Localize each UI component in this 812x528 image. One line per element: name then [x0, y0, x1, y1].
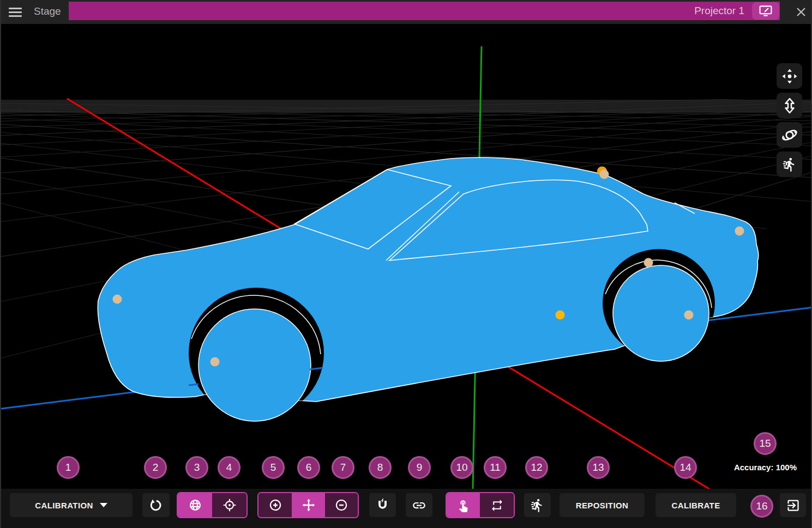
calibration-point-badge-16[interactable]: 16	[750, 495, 773, 518]
zoom-move-toggle	[257, 492, 359, 518]
display-edit-button[interactable]	[752, 2, 779, 20]
walkthrough-tool-button[interactable]	[777, 151, 802, 177]
bottom-toolbar: CALIBRATION	[1, 489, 811, 528]
globe-icon	[188, 498, 202, 512]
calibrate-button[interactable]: CALIBRATE	[655, 493, 736, 517]
calibration-anchor-point[interactable]	[556, 311, 565, 320]
zoom-out-icon	[334, 498, 348, 512]
calibration-point-badge-9[interactable]: 9	[408, 456, 431, 479]
calibration-point-badge-13[interactable]: 13	[587, 456, 610, 479]
app-window: Stage Projector 1	[0, 0, 812, 528]
app-title: Stage	[34, 0, 61, 24]
global-mode-option[interactable]	[178, 493, 212, 517]
calibration-anchor-point[interactable]	[735, 227, 744, 236]
exit-icon	[786, 498, 801, 513]
car-model[interactable]	[98, 157, 759, 421]
calibration-point-badge-6[interactable]: 6	[297, 456, 320, 479]
orbit-icon	[781, 127, 798, 143]
walkthrough-button[interactable]	[524, 493, 551, 517]
calibration-anchor-point[interactable]	[684, 311, 694, 320]
link-button[interactable]	[406, 493, 432, 517]
calibration-anchor-point[interactable]	[210, 357, 220, 367]
rear-wheel	[613, 265, 709, 361]
calibration-point-badge-8[interactable]: 8	[369, 456, 392, 479]
repeat-icon	[490, 499, 504, 512]
reset-view-button[interactable]	[142, 493, 170, 517]
elevate-tool-button[interactable]	[777, 93, 802, 118]
magnet-icon	[375, 498, 390, 513]
calibration-point-badge-4[interactable]: 4	[218, 456, 240, 479]
titlebar: Stage Projector 1	[1, 0, 811, 24]
link-icon	[412, 498, 426, 513]
pan-icon	[781, 68, 798, 84]
close-icon[interactable]	[791, 2, 811, 22]
pan-tool-button[interactable]	[777, 63, 802, 89]
calibration-mode-label: CALIBRATION	[35, 501, 93, 510]
touch-icon	[456, 499, 470, 512]
calibration-point-badge-2[interactable]: 2	[144, 456, 167, 479]
reposition-button[interactable]: REPOSITION	[560, 493, 645, 517]
display-edit-icon	[759, 5, 773, 17]
exit-button[interactable]	[780, 493, 806, 517]
touch-mode-option[interactable]	[447, 493, 480, 517]
calibration-anchor-point[interactable]	[113, 295, 122, 304]
move-option[interactable]	[292, 493, 325, 517]
calibration-point-badge-5[interactable]: 5	[262, 456, 285, 479]
reposition-label: REPOSITION	[576, 501, 629, 510]
reset-icon	[148, 497, 164, 513]
zoom-in-option[interactable]	[258, 493, 292, 517]
calibration-point-badge-12[interactable]: 12	[525, 456, 548, 479]
calibration-point-badge-1[interactable]: 1	[57, 456, 80, 479]
projector-label: Projector 1	[694, 5, 744, 17]
calibration-point-badge-14[interactable]: 14	[674, 456, 697, 479]
calibration-anchor-point[interactable]	[600, 170, 609, 179]
elevate-icon	[781, 98, 798, 114]
calibration-point-badge-10[interactable]: 10	[450, 456, 473, 479]
run-icon	[782, 157, 797, 172]
calibration-mode-dropdown[interactable]: CALIBRATION	[10, 493, 133, 517]
zoom-out-option[interactable]	[325, 493, 358, 517]
calibration-anchor-point[interactable]	[644, 258, 653, 268]
calibration-point-badge-15[interactable]: 15	[754, 432, 777, 455]
hamburger-menu-icon[interactable]	[9, 5, 25, 19]
repeat-mode-option[interactable]	[480, 493, 514, 517]
zoom-in-icon	[268, 498, 282, 512]
space-mode-toggle	[177, 492, 248, 518]
calibration-point-badge-11[interactable]: 11	[484, 456, 507, 479]
projector-bar: Projector 1	[69, 2, 780, 20]
interaction-mode-toggle	[446, 492, 515, 518]
accuracy-label: Accuracy: 100%	[734, 463, 797, 472]
target-icon	[222, 498, 237, 512]
move-icon	[302, 498, 316, 512]
run-icon	[530, 498, 545, 513]
stage-viewport[interactable]	[1, 24, 812, 528]
calibration-point-badge-7[interactable]: 7	[332, 456, 354, 479]
chevron-down-icon	[100, 503, 107, 507]
orbit-tool-button[interactable]	[777, 122, 802, 148]
calibrate-label: CALIBRATE	[671, 501, 720, 510]
local-mode-option[interactable]	[212, 493, 246, 517]
snap-button[interactable]	[369, 493, 396, 517]
calibration-point-badge-3[interactable]: 3	[185, 456, 208, 479]
